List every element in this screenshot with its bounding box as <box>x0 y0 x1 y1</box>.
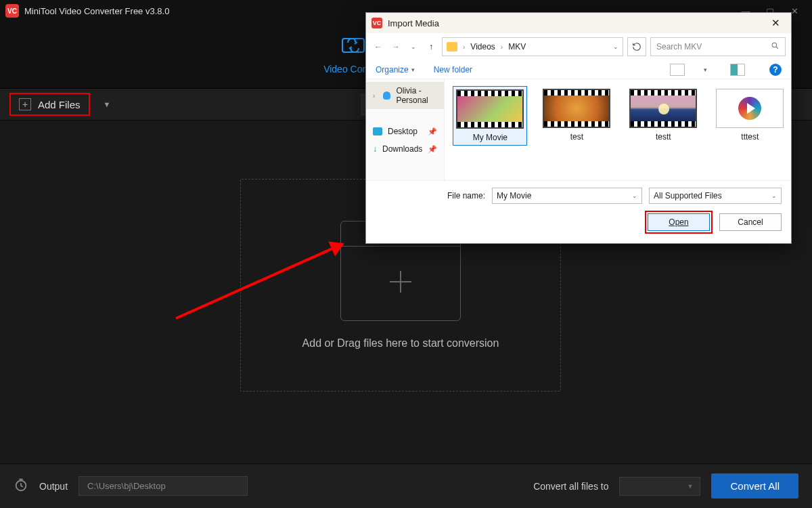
open-button[interactable]: Open <box>648 213 710 231</box>
dialog-nav: ← → ⌄ ↑ › Videos › MKV ⌄ Search MKV <box>366 33 791 60</box>
sidebar-item-desktop[interactable]: Desktop 📌 <box>366 123 444 140</box>
pin-icon: 📌 <box>428 127 437 136</box>
download-arrow-icon: ↓ <box>373 144 377 154</box>
filetype-select[interactable]: All Supported Files ⌄ <box>649 188 782 204</box>
sidebar-label: Olivia - Personal <box>396 86 437 105</box>
drop-zone-text: Add or Drag files here to start conversi… <box>302 337 499 350</box>
convert-icon <box>341 36 365 57</box>
chevron-down-icon: ⌄ <box>771 192 777 199</box>
organize-label: Organize <box>376 65 409 75</box>
file-open-dialog: VC Import Media ✕ ← → ⌄ ↑ › Videos › MKV… <box>365 12 792 244</box>
file-item-testt[interactable]: testt <box>626 86 700 144</box>
file-item-test[interactable]: test <box>539 86 614 144</box>
file-name: tttest <box>741 132 759 142</box>
path-segment-mkv[interactable]: MKV <box>508 42 526 51</box>
sidebar-item-downloads[interactable]: ↓ Downloads 📌 <box>366 140 444 158</box>
pin-icon: 📌 <box>428 145 437 154</box>
video-thumbnail-icon <box>629 89 697 128</box>
chevron-right-icon: › <box>461 43 466 51</box>
svg-rect-0 <box>342 39 364 52</box>
plus-large-icon <box>384 266 417 301</box>
format-select[interactable]: ▼ <box>619 477 700 496</box>
files-area: My Movie test testt tttest <box>445 79 791 180</box>
file-name: testt <box>656 132 671 142</box>
add-files-button[interactable]: + Add Files <box>9 93 90 116</box>
file-name: test <box>570 132 583 142</box>
dialog-titlebar: VC Import Media ✕ <box>366 13 791 33</box>
view-mode-dropdown[interactable]: ▾ <box>704 66 707 73</box>
cancel-label: Cancel <box>738 217 763 227</box>
help-button[interactable]: ? <box>769 64 782 76</box>
desktop-icon <box>373 127 382 135</box>
output-label: Output <box>39 481 68 492</box>
file-item-tttest[interactable]: tttest <box>713 86 787 144</box>
filename-label: File name: <box>447 191 485 200</box>
dialog-toolbar: Organize ▾ New folder ▾ ? <box>366 60 791 79</box>
video-thumbnail-icon <box>543 89 610 128</box>
app-title: MiniTool Video Converter Free v3.8.0 <box>24 6 169 16</box>
convert-all-label: Convert all files to <box>533 481 608 492</box>
svg-point-5 <box>772 43 777 47</box>
dialog-footer: File name: My Movie ⌄ All Supported File… <box>366 180 791 243</box>
app-logo-icon: VC <box>5 4 19 18</box>
nav-up-button[interactable]: ↑ <box>424 42 438 51</box>
chevron-right-icon: › <box>499 43 504 51</box>
nav-history-dropdown[interactable]: ⌄ <box>407 43 420 50</box>
video-thumbnail-icon <box>456 89 524 129</box>
chevron-down-icon: ⌄ <box>632 192 637 199</box>
file-name: My Movie <box>473 133 508 142</box>
nav-forward-button[interactable]: → <box>389 42 403 51</box>
dialog-body: › Olivia - Personal Desktop 📌 ↓ Download… <box>366 79 791 180</box>
dialog-close-button[interactable]: ✕ <box>765 17 786 29</box>
path-dropdown[interactable]: ⌄ <box>613 43 618 50</box>
path-segment-videos[interactable]: Videos <box>470 42 495 51</box>
schedule-icon[interactable] <box>14 478 28 494</box>
plus-icon: + <box>19 98 31 110</box>
sidebar-label: Downloads <box>382 144 422 154</box>
chevron-down-icon: ▾ <box>411 66 415 73</box>
play-icon <box>738 97 761 120</box>
add-files-dropdown[interactable]: ▼ <box>99 96 115 112</box>
search-icon <box>771 41 780 52</box>
cloud-icon <box>383 91 390 100</box>
search-input[interactable]: Search MKV <box>650 37 786 56</box>
open-button-highlight: Open <box>645 211 713 234</box>
video-file-icon <box>716 89 784 128</box>
filename-value: My Movie <box>497 191 531 200</box>
convert-all-btn-label: Convert All <box>730 480 780 492</box>
cancel-button[interactable]: Cancel <box>719 213 782 231</box>
convert-all-button[interactable]: Convert All <box>711 473 798 499</box>
filename-input[interactable]: My Movie ⌄ <box>492 188 642 204</box>
chevron-right-icon: › <box>373 92 378 100</box>
search-placeholder: Search MKV <box>656 42 702 51</box>
path-box[interactable]: › Videos › MKV ⌄ <box>442 37 623 56</box>
sidebar-item-personal[interactable]: › Olivia - Personal <box>366 82 444 109</box>
output-path-value: C:\Users\bj\Desktop <box>87 481 166 491</box>
folder-icon <box>447 42 457 51</box>
new-folder-button[interactable]: New folder <box>434 65 472 75</box>
file-item-my-movie[interactable]: My Movie <box>453 86 527 146</box>
bottom-bar: Output C:\Users\bj\Desktop Convert all f… <box>0 463 812 508</box>
sidebar-label: Desktop <box>388 127 418 136</box>
dialog-title: Import Media <box>388 18 439 28</box>
organize-menu[interactable]: Organize ▾ <box>376 65 415 75</box>
open-label: Open <box>669 217 688 227</box>
preview-pane-button[interactable] <box>730 64 745 76</box>
refresh-button[interactable] <box>627 37 646 56</box>
view-mode-button[interactable] <box>670 64 685 76</box>
nav-back-button[interactable]: ← <box>371 42 385 51</box>
output-path-field[interactable]: C:\Users\bj\Desktop <box>78 476 248 496</box>
filetype-value: All Supported Files <box>654 191 722 200</box>
add-files-label: Add Files <box>38 99 81 110</box>
dialog-logo-icon: VC <box>371 18 382 28</box>
dialog-sidebar: › Olivia - Personal Desktop 📌 ↓ Download… <box>366 79 445 180</box>
